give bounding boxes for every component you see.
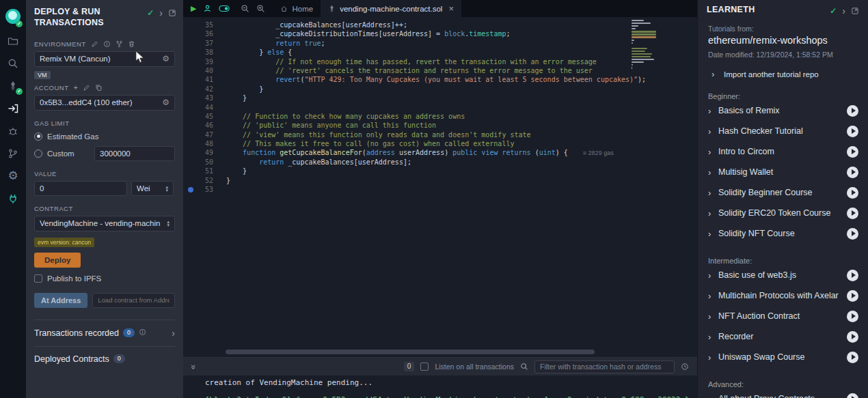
line-number[interactable]: 51 (183, 167, 213, 175)
line-number[interactable]: 48 (183, 139, 213, 148)
line-number[interactable]: 39 (183, 57, 213, 66)
tutorial-item[interactable]: ›Hash Checker Tutorial (708, 121, 858, 141)
horizontal-scrollbar[interactable] (226, 350, 595, 354)
learneth-chevron-icon[interactable]: › (842, 8, 845, 14)
tab-active-file[interactable]: vending-machine-contract.sol × (321, 0, 461, 17)
plugin-manager-icon[interactable] (0, 187, 26, 210)
play-tutorial-icon[interactable] (847, 352, 858, 363)
line-number[interactable]: 43 (183, 94, 213, 102)
line-number[interactable]: 52 (183, 176, 213, 185)
custom-gas-input[interactable] (94, 146, 175, 161)
tutorial-item[interactable]: ›Basic use of web3.js (708, 265, 858, 285)
value-unit-select[interactable]: Wei ▴▾ (131, 181, 174, 196)
listen-transactions-checkbox[interactable] (420, 363, 429, 371)
line-number[interactable]: 47 (183, 130, 213, 139)
minimap[interactable] (632, 20, 657, 72)
debugger-icon[interactable] (0, 119, 26, 142)
expand-terminal-icon[interactable]: » (189, 364, 199, 369)
at-address-button[interactable]: At Address (34, 293, 87, 308)
play-tutorial-icon[interactable] (847, 290, 858, 302)
line-number[interactable]: 36 (183, 29, 213, 38)
play-tutorial-icon[interactable] (847, 146, 858, 158)
line-number[interactable]: 37 (183, 39, 213, 48)
line-number[interactable]: 44 (183, 103, 213, 112)
transactions-recorded-row[interactable]: Transactions recorded 0 › (34, 319, 175, 346)
value-input[interactable] (34, 181, 127, 196)
line-number[interactable]: 38 (183, 48, 213, 57)
file-explorer-icon[interactable] (0, 29, 26, 52)
tutorial-item[interactable]: ›All about Proxy Contracts (708, 388, 858, 398)
edit-account-icon[interactable] (83, 84, 90, 91)
line-number[interactable]: 35 (183, 20, 213, 29)
panel-chevron-icon[interactable]: › (159, 10, 163, 16)
play-tutorial-icon[interactable] (847, 331, 858, 343)
tutorial-item[interactable]: ›Recorder (708, 326, 858, 347)
tutorial-item[interactable]: ›Multisig Wallet (708, 162, 858, 182)
tutorial-item[interactable]: ›Solidity NFT Course (708, 223, 858, 244)
estimated-gas-radio[interactable] (34, 132, 42, 141)
play-tutorial-icon[interactable] (847, 105, 858, 117)
at-address-input[interactable] (92, 293, 175, 308)
custom-gas-radio[interactable] (34, 150, 42, 158)
tutorial-item[interactable]: ›Uniswap Swap Course (708, 347, 858, 367)
tutorial-item[interactable]: ›NFT Auction Contract (708, 306, 858, 326)
line-number[interactable]: 46 (183, 121, 213, 130)
play-tutorial-icon[interactable] (847, 167, 858, 178)
import-tutorial-repo[interactable]: › Import another tutorial repo (708, 69, 858, 79)
play-tutorial-icon[interactable] (847, 208, 858, 219)
transaction-filter-input[interactable] (534, 360, 675, 373)
play-tutorial-icon[interactable] (847, 187, 858, 199)
line-number[interactable]: 49 (183, 148, 213, 157)
environment-settings-icon[interactable]: ⚙ (162, 55, 169, 63)
line-number[interactable]: 42 (183, 85, 213, 94)
line-number[interactable]: 40 (183, 66, 213, 75)
environment-info-icon[interactable] (103, 40, 111, 48)
environment-select[interactable]: Remix VM (Cancun) ⚙ (34, 51, 175, 67)
tutorial-item[interactable]: ›Intro to Circom (708, 141, 858, 162)
contract-select[interactable]: VendingMachine - vending-machin ▴▾ (34, 216, 175, 231)
play-tutorial-icon[interactable] (847, 270, 858, 281)
settings-icon[interactable]: ⚙ (0, 165, 26, 187)
learneth-popout-icon[interactable] (851, 7, 859, 15)
publish-ipfs-checkbox[interactable] (34, 274, 42, 283)
source-control-icon[interactable] (0, 142, 26, 165)
search-icon[interactable] (0, 52, 26, 74)
add-account-icon[interactable]: + (73, 85, 77, 91)
play-tutorial-icon[interactable] (847, 126, 858, 137)
solidity-compiler-icon[interactable]: ✓ (0, 74, 26, 97)
deploy-and-run-icon[interactable] (0, 97, 26, 119)
account-select[interactable]: 0x5B3...eddC4 (100 ether) ⚙ (34, 95, 175, 111)
deploy-button[interactable]: Deploy (34, 253, 81, 268)
theme-toggle-icon[interactable] (219, 4, 230, 13)
zoom-out-icon[interactable] (241, 4, 249, 13)
terminal-search-icon[interactable] (520, 363, 528, 371)
remix-logo-icon[interactable]: ✓ (0, 3, 26, 29)
deployed-contracts-row[interactable]: Deployed Contracts 0 (34, 346, 175, 371)
tutorial-item[interactable]: ›Multichain Protocols with Axelar (708, 285, 858, 306)
tutorial-item[interactable]: ›Basics of Remix (708, 100, 858, 121)
account-connect-icon[interactable] (203, 4, 212, 13)
code-editor[interactable]: 35 _cupcakeBalances[userAddress]++;36 _c… (183, 17, 697, 357)
line-number[interactable]: 41 (183, 75, 213, 84)
panel-popout-icon[interactable] (168, 9, 176, 17)
line-number[interactable]: 53 (183, 185, 213, 194)
edit-environment-icon[interactable] (91, 40, 98, 48)
line-number[interactable]: 45 (183, 112, 213, 121)
tutorial-item[interactable]: ›Solidity ERC20 Token Course (708, 203, 858, 223)
expand-transactions-icon[interactable]: › (172, 328, 175, 339)
fork-state-icon[interactable] (116, 40, 123, 48)
play-tutorial-icon[interactable] (847, 393, 858, 398)
tab-home[interactable]: Home (273, 0, 321, 17)
account-settings-icon[interactable]: ⚙ (162, 98, 169, 106)
copy-account-icon[interactable] (95, 84, 103, 91)
close-tab-icon[interactable]: × (448, 3, 454, 14)
play-tutorial-icon[interactable] (847, 228, 858, 240)
history-clock-icon[interactable] (681, 363, 689, 371)
transactions-info-icon[interactable] (139, 328, 146, 336)
delete-state-icon[interactable] (128, 40, 135, 48)
tutorial-item[interactable]: ›Solidity Beginner Course (708, 182, 858, 203)
play-tutorial-icon[interactable] (847, 311, 858, 322)
run-script-icon[interactable]: ▶ (191, 5, 196, 12)
line-number[interactable]: 50 (183, 158, 213, 167)
zoom-in-icon[interactable] (256, 4, 265, 13)
